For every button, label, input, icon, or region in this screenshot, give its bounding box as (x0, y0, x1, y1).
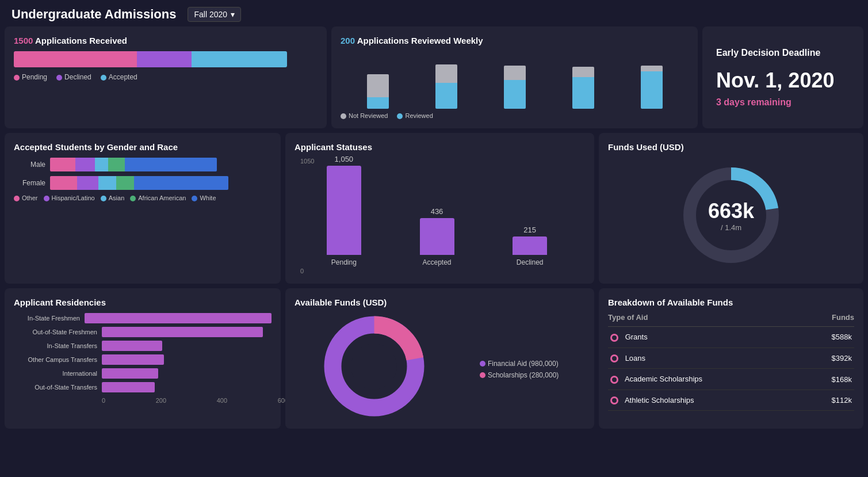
hispanic-dot (44, 196, 49, 201)
pending-col: 1,050 Pending (306, 155, 382, 266)
weekly-legend: Not Reviewed Reviewed (341, 112, 689, 119)
accepted-label: Accepted (422, 258, 451, 266)
male-label: Male (14, 161, 45, 169)
academic-cell: Academic Scholarships (608, 369, 804, 390)
male-row: Male (14, 158, 272, 171)
male-other (50, 158, 75, 171)
reviewed-bar (367, 97, 389, 109)
athletic-cell: Athletic Scholarships (608, 390, 804, 411)
apps-received-title: 1500 Applications Received (14, 36, 318, 45)
reviewed-bar (572, 77, 594, 109)
page-header: Undergraduate Admissions Fall 2020 ▾ (0, 0, 868, 26)
weekly-bar-1 (346, 63, 409, 109)
female-hispanic (77, 176, 98, 190)
legend-white: White (192, 194, 216, 201)
residency-bars: In-State Freshmen Out-of-State Freshmen … (14, 313, 272, 392)
academic-funds: $168k (804, 369, 854, 390)
table-row: Athletic Scholarships $112k (608, 390, 854, 411)
female-other (50, 176, 77, 190)
top-row: 1500 Applications Received Pending Decli… (0, 26, 868, 133)
male-hispanic (75, 158, 95, 171)
funds-used-title: Funds Used (USD) (608, 142, 684, 152)
female-bar (50, 176, 228, 190)
male-african (108, 158, 125, 171)
legend-scholarships: Scholarships (280,000) (480, 371, 559, 379)
declined-bar (513, 236, 547, 255)
weekly-bar-3 (483, 63, 546, 109)
financial-aid-dot (480, 361, 485, 367)
funds-donut-center: 663k / 1.4m (708, 199, 754, 232)
statuses-card: Applicant Statuses 1050 1,050 Pending 43… (285, 133, 594, 284)
early-decision-days: 3 days remaining (716, 97, 791, 108)
statuses-title: Applicant Statuses (295, 142, 585, 152)
accepted-bar (420, 218, 454, 255)
athletic-dot (610, 396, 618, 405)
early-decision-title: Early Decision Deadline (716, 48, 820, 58)
legend-not-reviewed: Not Reviewed (341, 112, 388, 119)
not-reviewed-bar (367, 74, 389, 97)
breakdown-table: Type of Aid Funds Grants $588k Loans (608, 313, 854, 411)
female-asian (98, 176, 116, 190)
apps-weekly-title: 200 Applications Reviewed Weekly (341, 36, 689, 45)
declined-value: 215 (523, 226, 536, 234)
not-reviewed-bar (641, 66, 663, 71)
legend-other: Other (14, 194, 38, 201)
early-decision-card: Early Decision Deadline Nov. 1, 2020 3 d… (702, 26, 863, 128)
chevron-down-icon: ▾ (231, 10, 235, 19)
legend-accepted: Accepted (101, 73, 137, 81)
grants-funds: $588k (804, 327, 854, 348)
apps-received-bar (14, 51, 318, 67)
reviewed-dot (397, 113, 403, 119)
accepted-segment (192, 51, 287, 67)
breakdown-title: Breakdown of Available Funds (608, 297, 854, 307)
avail-legend: Financial Aid (980,000) Scholarships (28… (480, 360, 559, 379)
funds-used-card: Funds Used (USD) 663k / 1.4m (599, 133, 863, 284)
other-campus-bar (102, 354, 164, 365)
residencies-title: Applicant Residencies (14, 297, 272, 307)
table-row: Loans $392k (608, 348, 854, 369)
international-bar (102, 368, 158, 379)
table-row: Grants $588k (608, 327, 854, 348)
bot-row: Applicant Residencies In-State Freshmen … (0, 288, 868, 433)
table-row: Academic Scholarships $168k (608, 369, 854, 390)
avail-donut (321, 313, 427, 419)
resid-out-state-fresh: Out-of-State Freshmen (14, 327, 272, 337)
mid-row: Accepted Students by Gender and Race Mal… (0, 133, 868, 288)
y-axis-zero: 0 (300, 268, 585, 274)
not-reviewed-bar (504, 66, 526, 80)
available-funds-content: Financial Aid (980,000) Scholarships (28… (295, 313, 585, 419)
loans-cell: Loans (608, 348, 804, 369)
col-funds: Funds (804, 313, 854, 327)
female-row: Female (14, 176, 272, 190)
legend-asian: Asian (101, 194, 125, 201)
white-dot (192, 196, 197, 201)
grants-dot (610, 334, 618, 342)
pending-label: Pending (331, 258, 357, 266)
statuses-content: 1050 1,050 Pending 436 Accepted 215 Decl… (295, 158, 585, 273)
accepted-col: 436 Accepted (399, 207, 475, 266)
weekly-bar-5 (620, 63, 683, 109)
funds-value: 663k (708, 199, 754, 223)
donut-hole (351, 344, 397, 390)
early-decision-date: Nov. 1, 2020 (716, 68, 834, 93)
page-title: Undergraduate Admissions (12, 7, 176, 22)
gender-race-title: Accepted Students by Gender and Race (14, 142, 272, 152)
reviewed-bar (641, 71, 663, 109)
apps-received-legend: Pending Declined Accepted (14, 73, 318, 81)
in-state-trans-bar (102, 341, 162, 351)
loans-dot (610, 354, 618, 362)
male-white (125, 158, 217, 171)
residencies-card: Applicant Residencies In-State Freshmen … (5, 288, 281, 429)
declined-segment (137, 51, 192, 67)
other-dot (14, 196, 20, 201)
legend-financial-aid: Financial Aid (980,000) (480, 360, 559, 368)
male-asian (95, 158, 108, 171)
loans-funds: $392k (804, 348, 854, 369)
scholarships-dot (480, 372, 485, 378)
semester-dropdown[interactable]: Fall 2020 ▾ (188, 7, 241, 22)
male-bar (50, 158, 217, 171)
female-white (134, 176, 228, 190)
resid-in-state-fresh: In-State Freshmen (14, 313, 272, 323)
funds-donut: 663k / 1.4m (679, 163, 783, 267)
academic-dot (610, 376, 618, 384)
